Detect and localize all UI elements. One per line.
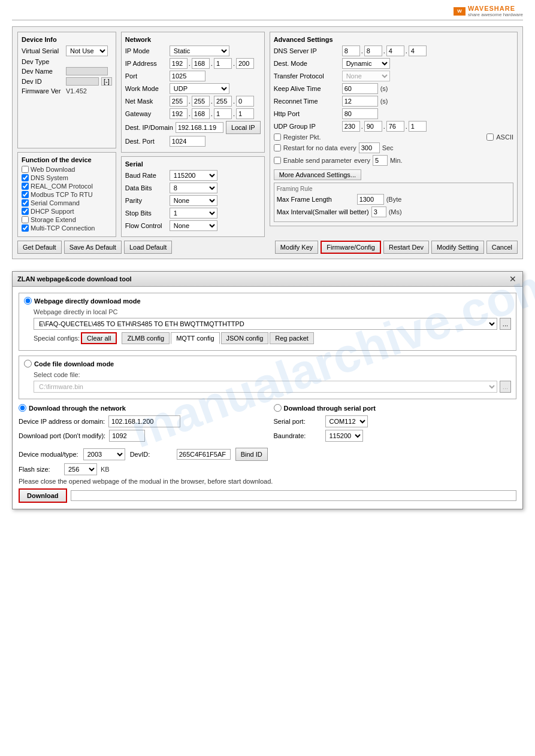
ascii-check[interactable] [486, 133, 494, 141]
json-config-tab[interactable]: JSON config [221, 332, 269, 344]
mask-octet1[interactable] [170, 96, 188, 107]
dest-port-label: Dest. Port [125, 138, 167, 145]
mask-octet2[interactable] [192, 96, 210, 107]
func-modbus-check[interactable] [22, 191, 29, 198]
clear-all-btn[interactable]: Clear all [81, 332, 117, 344]
dl-network-radio[interactable] [19, 404, 26, 412]
dns-octet4[interactable] [409, 45, 427, 56]
zlmb-config-tab[interactable]: ZLMB config [122, 332, 170, 344]
keep-alive-input[interactable] [342, 83, 378, 94]
dns-octet3[interactable] [386, 45, 404, 56]
register-pkt-check[interactable] [274, 133, 281, 141]
gw-octet1[interactable] [170, 108, 188, 119]
baudrate-select[interactable]: 115200 [325, 430, 363, 442]
dest-port-input[interactable] [170, 136, 205, 147]
gw-octet4[interactable] [236, 108, 254, 119]
ip-mode-label: IP Mode [125, 47, 167, 54]
ip-octet1[interactable] [170, 58, 188, 69]
func-web-download-check[interactable] [22, 166, 29, 173]
code-path-select[interactable]: C:\firmware.bin [34, 381, 497, 393]
max-frame-input[interactable] [357, 194, 384, 205]
stop-bits-select[interactable]: 1 [170, 208, 217, 218]
work-mode-select[interactable]: UDP [170, 83, 229, 94]
parity-select[interactable]: None [170, 195, 217, 206]
browse-btn[interactable]: ... [500, 318, 511, 330]
path-select[interactable]: E\FAQ-QUECTEL\485 TO ETH\RS485 TO ETH BW… [34, 318, 497, 330]
reconnect-input[interactable] [342, 96, 378, 107]
config-main-row: Device Info Virtual Serial Not Use Dev T… [17, 32, 518, 237]
transfer-select[interactable]: None [342, 71, 390, 81]
func-serial-cmd-check[interactable] [22, 199, 29, 207]
device-module-select[interactable]: 2003 [83, 448, 125, 460]
func-storage-check[interactable] [22, 216, 29, 223]
stop-bits-row: Stop Bits 1 [125, 208, 261, 218]
func-serial-cmd-label: Serial Command [31, 199, 80, 207]
ip-octet2[interactable] [192, 58, 210, 69]
dev-id-btn[interactable]: [-] [101, 77, 112, 86]
virtual-serial-select[interactable]: Not Use [66, 45, 108, 56]
download-btn[interactable]: Download [19, 488, 67, 503]
device-ip-input[interactable] [108, 415, 180, 427]
func-multi-tcp-check[interactable] [22, 224, 29, 232]
func-modbus: Modbus TCP To RTU [22, 191, 112, 198]
restart-dev-btn[interactable]: Restart Dev [383, 241, 429, 254]
enable-send-check[interactable] [274, 157, 281, 164]
dev-id-dl-input[interactable] [177, 449, 231, 460]
serial-title: Serial [125, 160, 261, 168]
modify-key-btn[interactable]: Modify Key [275, 241, 318, 254]
enable-send-unit: Min. [390, 157, 403, 164]
dns-octet1[interactable] [342, 45, 360, 56]
code-browse-btn[interactable]: ... [500, 381, 511, 393]
baud-rate-select[interactable]: 115200 [170, 170, 217, 181]
serial-port-select[interactable]: COM112 [325, 415, 368, 427]
enable-send-input[interactable] [373, 155, 388, 166]
modify-setting-btn[interactable]: Modify Setting [431, 241, 484, 254]
dns-sep1: . [361, 47, 363, 54]
data-bits-select[interactable]: 8 [170, 183, 217, 193]
window-close-btn[interactable]: ✕ [508, 274, 518, 284]
udp-octet4[interactable] [409, 121, 427, 132]
mask-octet4[interactable] [236, 96, 254, 107]
ip-mode-select[interactable]: Static [170, 45, 229, 56]
cancel-btn[interactable]: Cancel [486, 241, 518, 254]
webpage-mode-radio[interactable] [24, 297, 32, 305]
dl-port-input[interactable] [109, 430, 145, 442]
dns-octet2[interactable] [364, 45, 382, 56]
func-dhcp-check[interactable] [22, 208, 29, 215]
mask-octet3[interactable] [214, 96, 232, 107]
ip-octet4[interactable] [236, 58, 254, 69]
mqtt-config-tab[interactable]: MQTT config [171, 332, 219, 344]
flow-control-select[interactable]: None [170, 220, 217, 231]
max-interval-input[interactable] [371, 207, 386, 217]
dest-ip-label: Dest. IP/Domain [125, 124, 173, 131]
port-input[interactable] [170, 71, 205, 81]
udp-octet2[interactable] [364, 121, 382, 132]
udp-sep2: . [383, 123, 385, 130]
path-row: E\FAQ-QUECTEL\485 TO ETH\RS485 TO ETH BW… [34, 318, 511, 330]
gw-octet2[interactable] [192, 108, 210, 119]
enable-send-row: Enable send parameter every Min. [274, 155, 513, 166]
dest-mode-select[interactable]: Dynamic [342, 58, 390, 69]
local-ip-btn[interactable]: Local IP [226, 121, 261, 134]
get-default-btn[interactable]: Get Default [17, 241, 62, 254]
save-as-default-btn[interactable]: Save As Default [64, 241, 122, 254]
func-real-com-check[interactable] [22, 183, 29, 190]
restart-input[interactable] [359, 142, 380, 153]
dl-serial-radio[interactable] [274, 404, 282, 412]
load-default-btn[interactable]: Load Default [124, 241, 172, 254]
udp-octet3[interactable] [386, 121, 404, 132]
flash-size-select[interactable]: 256 [64, 463, 97, 475]
more-advanced-btn[interactable]: More Advanced Settings... [274, 169, 361, 180]
webpage-mode-header: Webpage directly download mode [24, 297, 511, 305]
firmware-config-btn[interactable]: Firmware/Config [321, 241, 381, 254]
bind-id-btn[interactable]: Bind ID [235, 448, 268, 461]
http-port-input[interactable] [342, 108, 378, 119]
func-dns-check[interactable] [22, 174, 29, 181]
reg-packet-tab[interactable]: Reg packet [270, 332, 314, 344]
restart-check[interactable] [274, 144, 281, 151]
dest-ip-input[interactable] [176, 122, 223, 133]
code-file-radio[interactable] [24, 360, 32, 368]
gw-octet3[interactable] [214, 108, 232, 119]
ip-octet3[interactable] [214, 58, 232, 69]
udp-octet1[interactable] [342, 121, 360, 132]
